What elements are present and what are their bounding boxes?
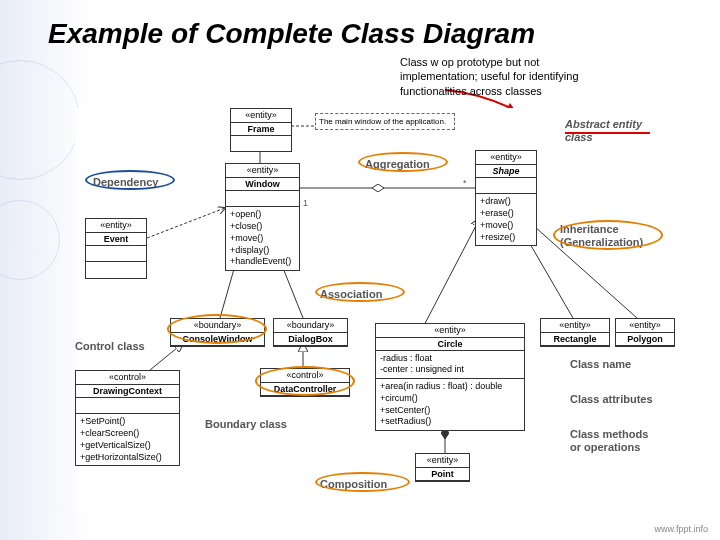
operations: +SetPoint() +clearScreen() +getVerticalS… [76, 414, 179, 465]
svg-line-12 [150, 343, 183, 370]
footer-url: www.fppt.info [654, 524, 708, 534]
class-name: Shape [476, 165, 536, 178]
uml-diagram: «entity» Frame The main window of the ap… [75, 108, 685, 508]
class-name: DrawingContext [76, 385, 179, 398]
class-dialogbox: «boundary» DialogBox [273, 318, 348, 347]
class-name: Window [226, 178, 299, 191]
operations: +draw() +erase() +move() +resize() [476, 194, 536, 245]
highlight-oval [85, 170, 175, 190]
note-line: functionalities across classes [400, 85, 542, 97]
multiplicity: * [463, 178, 467, 188]
empty-section [76, 398, 179, 415]
stereotype: «entity» [541, 319, 609, 333]
operations: +area(in radius : float) : double +circu… [376, 379, 524, 430]
highlight-oval [167, 314, 267, 344]
highlight-oval [255, 366, 355, 396]
empty-section [86, 246, 146, 263]
empty-section [226, 191, 299, 208]
annotation-note: Class w op prototype but not implementat… [400, 55, 630, 98]
highlight-oval [358, 152, 448, 172]
class-rectangle: «entity» Rectangle [540, 318, 610, 347]
label-control: Control class [75, 340, 145, 352]
highlight-oval [315, 282, 405, 302]
class-point: «entity» Point [415, 453, 470, 482]
operations: +open() +close() +move() +display() +han… [226, 207, 299, 269]
red-underline [565, 132, 650, 134]
empty-section [86, 262, 146, 278]
empty-section [476, 178, 536, 195]
note-line: Class w op prototype but not [400, 56, 539, 68]
svg-line-2 [147, 208, 225, 238]
stereotype: «entity» [416, 454, 469, 468]
class-circle: «entity» Circle -radius : float -center … [375, 323, 525, 431]
highlight-oval [315, 472, 410, 492]
stereotype: «entity» [86, 219, 146, 233]
class-frame: «entity» Frame [230, 108, 292, 152]
class-name: Point [416, 468, 469, 481]
class-name: Event [86, 233, 146, 246]
stereotype: «boundary» [274, 319, 347, 333]
class-name: Rectangle [541, 333, 609, 346]
note-line: implementation; useful for identifying [400, 70, 579, 82]
stereotype: «entity» [616, 319, 674, 333]
stereotype: «entity» [476, 151, 536, 165]
multiplicity: 1 [303, 198, 308, 208]
class-shape: «entity» Shape +draw() +erase() +move() … [475, 150, 537, 246]
page-title: Example of Complete Class Diagram [48, 18, 535, 50]
stereotype: «entity» [376, 324, 524, 338]
label-boundary: Boundary class [205, 418, 287, 430]
class-name: DialogBox [274, 333, 347, 346]
class-drawingcontext: «control» DrawingContext +SetPoint() +cl… [75, 370, 180, 466]
stereotype: «entity» [231, 109, 291, 123]
uml-comment: The main window of the application. [315, 113, 455, 130]
stereotype: «control» [76, 371, 179, 385]
class-name: Circle [376, 338, 524, 351]
class-polygon: «entity» Polygon [615, 318, 675, 347]
class-window: «entity» Window +open() +close() +move()… [225, 163, 300, 271]
class-event: «entity» Event [85, 218, 147, 279]
label-classattr: Class attributes [570, 393, 653, 405]
empty-section [231, 136, 291, 152]
label-classops: Class methods or operations [570, 428, 648, 454]
stereotype: «entity» [226, 164, 299, 178]
class-name: Frame [231, 123, 291, 136]
svg-line-7 [420, 218, 480, 333]
class-name: Polygon [616, 333, 674, 346]
label-classname: Class name [570, 358, 631, 370]
highlight-oval [553, 220, 663, 250]
attributes: -radius : float -center : unsigned int [376, 351, 524, 379]
